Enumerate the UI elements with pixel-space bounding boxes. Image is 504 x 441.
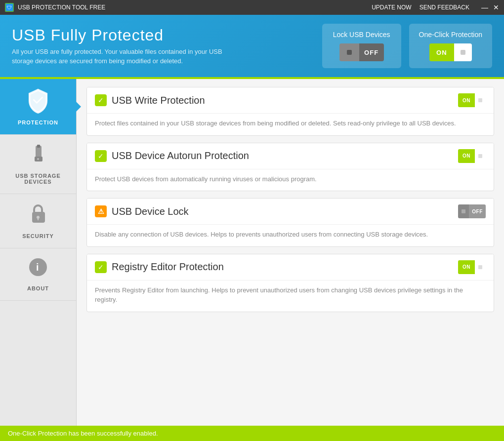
feature-autorun-protection-title-area: ✓ USB Device Autorun Protection: [95, 150, 249, 162]
one-click-state: ON: [429, 43, 454, 61]
title-bar-right: UPDATE NOW SEND FEEDBACK — ✕: [372, 3, 499, 11]
registry-protection-toggle-label: ON: [458, 260, 475, 274]
info-icon: i: [28, 257, 48, 281]
sidebar-item-protection[interactable]: PROTECTION: [0, 79, 76, 135]
app-icon: 🛡: [5, 3, 14, 12]
device-lock-toggle-knob: [458, 204, 469, 218]
feature-device-lock-title-area: ⚠ USB Device Lock: [95, 205, 189, 217]
feature-device-lock: ⚠ USB Device Lock OFF Disable any connec…: [86, 198, 494, 247]
feature-registry-protection-desc: Prevents Registry Editor from launching.…: [87, 280, 494, 312]
sidebar: PROTECTION USB STORAGE DEVICES: [0, 79, 77, 426]
feature-registry-protection: ✓ Registry Editor Protection ON Prevents…: [86, 254, 494, 312]
write-protection-toggle-label: ON: [458, 93, 475, 107]
window-controls: — ✕: [481, 3, 499, 11]
lock-usb-knob: [339, 43, 359, 61]
feature-registry-protection-title: Registry Editor Protection: [112, 261, 224, 273]
write-protection-toggle-knob: [475, 93, 486, 107]
svg-rect-3: [461, 50, 465, 55]
lock-icon: [28, 203, 48, 229]
content-area: ✓ USB Write Protection ON Protect files …: [77, 79, 504, 426]
registry-protection-status-badge: ✓: [95, 261, 107, 273]
one-click-knob: [454, 43, 472, 61]
feature-device-lock-header: ⚠ USB Device Lock OFF: [87, 199, 494, 224]
sidebar-about-label: ABOUT: [27, 285, 49, 291]
lock-usb-box: Lock USB Devices OFF: [322, 24, 401, 68]
title-bar-left: 🛡 USB PROTECTION TOOL FREE: [5, 3, 105, 12]
sidebar-item-about[interactable]: i ABOUT: [0, 248, 76, 301]
lock-usb-state: OFF: [359, 43, 384, 61]
svg-rect-13: [478, 98, 482, 102]
sidebar-usb-label: USB STORAGE DEVICES: [5, 173, 71, 185]
title-bar: 🛡 USB PROTECTION TOOL FREE UPDATE NOW SE…: [0, 0, 504, 15]
feature-autorun-protection: ✓ USB Device Autorun Protection ON Prote…: [86, 143, 494, 192]
one-click-label: One-Click Protection: [419, 31, 482, 39]
svg-point-7: [37, 158, 39, 160]
one-click-box: One-Click Protection ON: [409, 24, 492, 68]
main-area: PROTECTION USB STORAGE DEVICES: [0, 79, 504, 426]
svg-rect-15: [462, 209, 465, 213]
status-message: One-Click Protection has been successful…: [8, 430, 158, 437]
feature-autorun-protection-header: ✓ USB Device Autorun Protection ON: [87, 143, 494, 169]
header-left: USB Fully Protected All your USB are ful…: [12, 26, 234, 65]
svg-rect-14: [478, 154, 482, 158]
svg-rect-5: [37, 145, 40, 148]
autorun-protection-toggle[interactable]: ON: [458, 149, 486, 163]
write-protection-toggle[interactable]: ON: [458, 93, 486, 107]
header-controls: Lock USB Devices OFF One-Click Protectio…: [322, 24, 492, 68]
device-lock-toggle[interactable]: OFF: [458, 204, 486, 218]
autorun-protection-toggle-knob: [475, 149, 486, 163]
close-button[interactable]: ✕: [493, 3, 499, 11]
svg-rect-10: [38, 218, 39, 220]
feature-device-lock-title: USB Device Lock: [112, 206, 189, 217]
feature-autorun-protection-title: USB Device Autorun Protection: [112, 150, 249, 161]
feature-write-protection: ✓ USB Write Protection ON Protect files …: [86, 87, 494, 136]
svg-rect-2: [347, 50, 352, 55]
sidebar-item-security[interactable]: SECURITY: [0, 194, 76, 248]
feature-write-protection-header: ✓ USB Write Protection ON: [87, 87, 494, 113]
sidebar-security-label: SECURITY: [22, 233, 54, 239]
feature-registry-protection-header: ✓ Registry Editor Protection ON: [87, 254, 494, 280]
registry-protection-toggle[interactable]: ON: [458, 260, 486, 274]
usb-drive-icon: [28, 144, 48, 169]
lock-usb-toggle[interactable]: OFF: [339, 43, 384, 61]
update-now-link[interactable]: UPDATE NOW: [372, 4, 411, 11]
svg-rect-16: [478, 265, 482, 269]
one-click-on-side: ON: [429, 43, 472, 61]
feature-autorun-protection-desc: Protect USB devices from automatically r…: [87, 169, 494, 191]
feature-write-protection-title-area: ✓ USB Write Protection: [95, 94, 205, 106]
write-protection-status-badge: ✓: [95, 94, 107, 106]
svg-text:🛡: 🛡: [7, 5, 12, 10]
status-bar: One-Click Protection has been successful…: [0, 426, 504, 441]
send-feedback-link[interactable]: SEND FEEDBACK: [420, 4, 469, 11]
feature-device-lock-desc: Disable any connection of USB devices. H…: [87, 224, 494, 246]
device-lock-toggle-label: OFF: [469, 204, 486, 218]
header: USB Fully Protected All your USB are ful…: [0, 15, 504, 79]
feature-registry-protection-title-area: ✓ Registry Editor Protection: [95, 261, 224, 273]
app-title: USB PROTECTION TOOL FREE: [18, 4, 105, 11]
minimize-button[interactable]: —: [481, 3, 488, 11]
lock-usb-label: Lock USB Devices: [333, 31, 390, 39]
shield-icon: [25, 88, 51, 116]
header-title: USB Fully Protected: [12, 26, 234, 44]
feature-write-protection-title: USB Write Protection: [112, 95, 205, 106]
one-click-toggle[interactable]: ON: [429, 43, 472, 61]
registry-protection-toggle-knob: [475, 260, 486, 274]
header-subtitle: All your USB are fully protected. Your v…: [12, 47, 234, 65]
feature-write-protection-desc: Protect files contained in your USB stor…: [87, 113, 494, 135]
autorun-protection-status-badge: ✓: [95, 150, 107, 162]
autorun-protection-toggle-label: ON: [458, 149, 475, 163]
svg-text:i: i: [36, 262, 39, 273]
sidebar-protection-label: PROTECTION: [18, 120, 58, 125]
sidebar-item-usb-storage[interactable]: USB STORAGE DEVICES: [0, 135, 76, 194]
device-lock-status-badge: ⚠: [95, 205, 107, 217]
